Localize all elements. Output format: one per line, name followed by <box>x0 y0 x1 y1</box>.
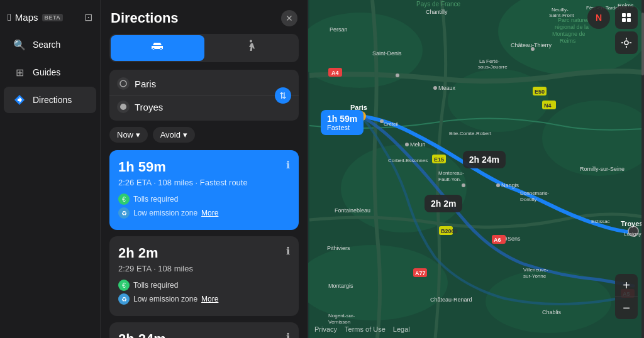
svg-rect-79 <box>622 18 626 22</box>
svg-text:Vernisson: Vernisson <box>328 319 350 325</box>
svg-text:La Ferté-: La Ferté- <box>479 58 500 64</box>
zoom-out-button[interactable]: − <box>615 297 638 319</box>
route-1-emission-badge: ♻ Low emission zone More <box>118 207 290 219</box>
beta-badge: BETA <box>42 14 64 21</box>
close-button[interactable]: ✕ <box>281 10 297 26</box>
svg-point-1 <box>120 80 126 87</box>
route-card-1[interactable]: 1h 59m ℹ 2:26 ETA · 108 miles · Fastest … <box>109 150 299 230</box>
svg-text:Montagne de: Montagne de <box>552 31 586 37</box>
now-filter-label: Now ▾ <box>117 130 140 139</box>
route-1-toll-text: Tolls required <box>133 195 178 204</box>
directions-panel: Directions ✕ <box>101 0 308 338</box>
svg-text:Melun: Melun <box>410 141 426 148</box>
scrollbar-thumb[interactable] <box>641 13 644 75</box>
route-card-2-header: 2h 2m ℹ <box>118 245 290 261</box>
route-2-toll-badge: € Tolls required <box>118 280 290 291</box>
origin-field[interactable]: Paris <box>135 79 291 89</box>
avoid-filter-button[interactable]: Avoid ▾ <box>153 127 195 143</box>
svg-text:Montargis: Montargis <box>328 283 353 289</box>
svg-text:régional de la: régional de la <box>555 24 589 30</box>
svg-text:Fault-Yon.: Fault-Yon. <box>438 177 461 182</box>
map-fastest-label: Fastest <box>327 124 357 131</box>
location-inputs: Paris Troyes ⇅ <box>109 70 299 121</box>
sidebar-toggle-icon[interactable]: ⊡ <box>84 11 92 23</box>
sidebar-item-search[interactable]: 🔍 Search <box>4 31 96 58</box>
map-area[interactable]: Paris Troyes A4 A5 E50 Meaux Melun Nangi… <box>308 0 644 338</box>
route-card-2[interactable]: 2h 2m ℹ 2:29 ETA · 108 miles € Tolls req… <box>109 236 299 316</box>
route-2-more-link[interactable]: More <box>201 295 218 303</box>
sidebar-item-label-directions: Directions <box>33 95 72 105</box>
destination-field[interactable]: Troyes <box>135 102 291 112</box>
svg-text:Reims: Reims <box>560 38 576 44</box>
swap-icon: ⇅ <box>279 90 287 101</box>
route-2-time: 2h 2m <box>118 245 158 261</box>
svg-point-21 <box>433 86 437 90</box>
route-card-3[interactable]: 2h 24m ℹ 2:52 ETA · 97 miles · Avoids to… <box>109 322 299 338</box>
svg-text:Lusigny: Lusigny <box>624 231 641 237</box>
route-3-info-icon[interactable]: ℹ <box>286 331 290 338</box>
map-compass[interactable]: N <box>587 6 610 29</box>
svg-text:sous-Jouarre: sous-Jouarre <box>478 64 508 70</box>
scrollbar[interactable] <box>641 0 644 338</box>
destination-dot-icon <box>117 101 130 113</box>
svg-text:Dontilly: Dontilly <box>520 197 536 202</box>
svg-text:Pithiviers: Pithiviers <box>327 245 350 251</box>
destination-row[interactable]: Troyes <box>109 95 299 118</box>
avoid-filter-label: Avoid ▾ <box>160 130 187 139</box>
privacy-link[interactable]: Privacy <box>314 325 337 333</box>
legal-link[interactable]: Legal <box>393 325 410 333</box>
map-fastest-time: 1h 59m <box>327 114 357 124</box>
app-name-label: Maps <box>15 12 38 23</box>
svg-text:Sens: Sens <box>508 236 521 242</box>
transport-toggle <box>109 34 299 62</box>
svg-point-23 <box>405 143 409 146</box>
svg-text:Saint-Front: Saint-Front <box>549 13 574 18</box>
sidebar-item-directions[interactable]: Directions <box>4 87 96 113</box>
map-alt2-time: 2h 2m <box>431 199 456 209</box>
origin-row[interactable]: Paris <box>109 72 299 95</box>
map-route-badge-alt2[interactable]: 2h 2m <box>425 195 462 212</box>
svg-text:B2060: B2060 <box>441 228 458 234</box>
now-filter-button[interactable]: Now ▾ <box>109 127 148 143</box>
map-layers-button[interactable] <box>615 6 638 29</box>
svg-text:Saint-Denis: Saint-Denis <box>372 50 402 57</box>
svg-text:A4: A4 <box>331 70 339 76</box>
svg-text:N4: N4 <box>544 102 552 109</box>
toll-icon: € <box>118 194 130 205</box>
svg-text:Corbeil-Essonnes: Corbeil-Essonnes <box>388 158 428 163</box>
terms-link[interactable]: Terms of Use <box>345 325 386 333</box>
svg-text:Pays de France: Pays de France <box>416 1 460 8</box>
svg-text:E15: E15 <box>434 156 444 163</box>
guides-icon: ⊞ <box>13 65 26 79</box>
transport-walk-button[interactable] <box>204 35 298 61</box>
svg-point-25 <box>496 183 500 187</box>
svg-text:Château-Thierry: Château-Thierry <box>511 42 552 48</box>
sidebar-item-guides[interactable]: ⊞ Guides <box>4 59 96 85</box>
transport-car-button[interactable] <box>111 35 204 61</box>
svg-text:E50: E50 <box>535 89 545 95</box>
svg-text:Nogent-sur-: Nogent-sur- <box>328 313 355 319</box>
sidebar-header:  Maps BETA ⊡ <box>0 6 100 31</box>
map-route-badge-fastest[interactable]: 1h 59m Fastest <box>321 110 364 135</box>
swap-locations-button[interactable]: ⇅ <box>275 87 291 104</box>
route-2-details: 2:29 ETA · 108 miles <box>118 264 290 273</box>
directions-header: Directions ✕ <box>101 0 308 34</box>
filters-row: Now ▾ Avoid ▾ <box>109 127 299 143</box>
route-1-details: 2:26 ETA · 108 miles · Fastest route <box>118 178 290 187</box>
svg-text:Troyes: Troyes <box>621 220 643 227</box>
svg-text:A6: A6 <box>494 237 501 243</box>
route-1-info-icon[interactable]: ℹ <box>286 159 290 171</box>
origin-dot-icon <box>117 77 130 90</box>
svg-rect-78 <box>627 13 631 17</box>
svg-text:Neuilly-: Neuilly- <box>552 7 569 13</box>
route-1-more-link[interactable]: More <box>201 209 218 217</box>
compass-label: N <box>596 13 602 23</box>
route-2-info-icon[interactable]: ℹ <box>286 245 290 257</box>
zoom-in-button[interactable]: + <box>615 274 638 297</box>
svg-text:sur-Yonne: sur-Yonne <box>523 273 547 279</box>
sidebar-item-label-search: Search <box>33 40 60 50</box>
map-background: Paris Troyes A4 A5 E50 Meaux Melun Nangi… <box>308 0 644 338</box>
map-location-button[interactable] <box>615 31 638 54</box>
svg-text:Montereau-: Montereau- <box>438 170 464 176</box>
map-route-badge-alt1[interactable]: 2h 24m <box>463 151 506 168</box>
